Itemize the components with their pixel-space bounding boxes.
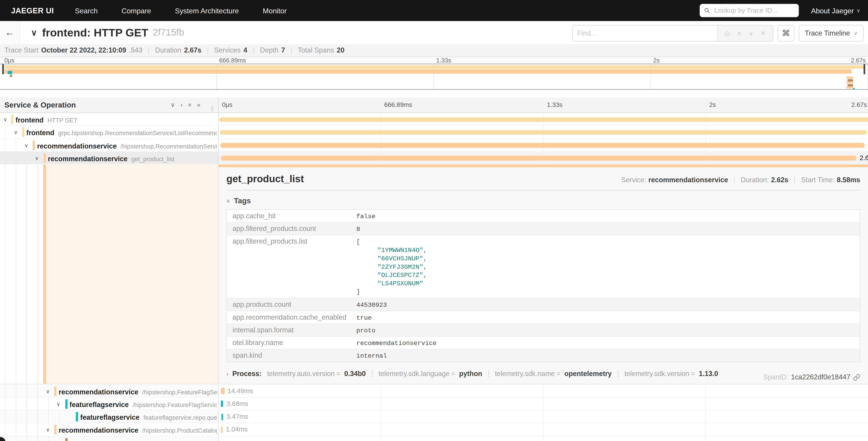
- span-service: featureflagservice: [69, 401, 129, 409]
- services-value: 4: [244, 47, 247, 54]
- minimap-span: [846, 82, 853, 84]
- span-row-partial[interactable]: [0, 436, 868, 441]
- timeline-tick: 1.33s: [547, 101, 562, 108]
- minimap-right-scrubber[interactable]: [864, 64, 865, 74]
- trace-start-value: October 22 2022, 22:10:09: [41, 47, 126, 54]
- span-bar[interactable]: [221, 388, 224, 394]
- row-collapse-icon[interactable]: ∨: [46, 423, 50, 436]
- row-collapse-icon[interactable]: ∨: [46, 385, 50, 397]
- chevron-down-icon: ∨: [857, 8, 860, 13]
- span-operation: grpc.hipstershop.RecommendationService/L…: [58, 130, 217, 136]
- nav-item-monitor[interactable]: Monitor: [263, 6, 287, 15]
- trace-id-lookup-input[interactable]: [713, 6, 794, 15]
- span-service: frontend: [16, 116, 44, 124]
- service-color-bar: [22, 127, 24, 137]
- span-row-recommendation-productcatalog[interactable]: ∨ recommendationservice/hipstershop.Prod…: [0, 423, 868, 436]
- span-row-frontend-httpget[interactable]: ∨ frontendHTTP GET: [0, 113, 868, 126]
- span-bar-cell[interactable]: 14.49ms: [218, 385, 868, 397]
- span-bar[interactable]: [220, 130, 867, 135]
- span-bar[interactable]: [221, 156, 857, 160]
- trace-minimap[interactable]: [0, 64, 868, 90]
- about-jaeger-menu[interactable]: About Jaeger ∨: [811, 6, 860, 15]
- span-id: SpanID: 1ca2262df0e18447: [763, 374, 860, 381]
- trace-start-label: Trace Start: [4, 47, 38, 54]
- span-bar-cell[interactable]: [218, 126, 868, 138]
- span-bar-cell[interactable]: [218, 436, 868, 441]
- process-value: 0.34b0: [344, 370, 366, 378]
- column-resizer[interactable]: ∥: [211, 105, 214, 111]
- find-addon: ◎ ∧ ∨ ✕: [717, 26, 773, 41]
- process-key: telemetry.sdk.name: [495, 370, 555, 378]
- nav-item-compare[interactable]: Compare: [122, 6, 151, 15]
- minimap-span-productcatalog: [10, 75, 12, 77]
- span-bar-cell[interactable]: 3.47ms: [218, 410, 868, 423]
- span-service: featureflagservice: [80, 414, 140, 421]
- detail-highlight-area: [46, 165, 218, 384]
- process-value: 1.13.0: [699, 370, 718, 378]
- services-label: Services: [214, 47, 241, 54]
- span-bar[interactable]: [221, 426, 222, 433]
- trace-summary-bar: Trace Start October 22 2022, 22:10:09.54…: [0, 45, 868, 57]
- brand[interactable]: JAEGER UI: [11, 6, 54, 15]
- process-item: telemetry.sdk.language=python: [372, 370, 482, 378]
- minimap-tick: 2s: [653, 57, 660, 64]
- span-row-recommendation-featureflag[interactable]: ∨ recommendationservice/hipstershop.Feat…: [0, 385, 868, 398]
- tags-section-toggle[interactable]: ∨ Tags: [226, 197, 860, 205]
- span-row-get-product-list-selected[interactable]: ∨ recommendationserviceget_product_list …: [0, 152, 868, 165]
- span-operation: /hipstershop.FeatureFlagService…: [142, 388, 217, 395]
- collapse-controls: ∨ › » »: [170, 101, 200, 109]
- row-collapse-icon[interactable]: ∨: [25, 139, 28, 151]
- trace-id-lookup[interactable]: [700, 4, 799, 17]
- detail-color-band: [43, 165, 46, 384]
- span-bar[interactable]: [219, 117, 868, 122]
- keyboard-shortcuts-button[interactable]: ⌘: [778, 25, 794, 41]
- span-bar-cell[interactable]: 1.04ms: [218, 423, 868, 436]
- jaeger-trace-page: JAEGER UI Search Compare System Architec…: [0, 0, 868, 441]
- find-prev-icon[interactable]: ∧: [737, 29, 742, 37]
- span-bar-cell[interactable]: 2.62s: [218, 152, 868, 164]
- span-bar-cell[interactable]: 3.68ms: [218, 398, 868, 410]
- deep-link-icon[interactable]: [853, 374, 860, 381]
- span-detail-row: get_product_list Service:recommendations…: [0, 165, 868, 385]
- span-rows: ∨ frontendHTTP GET ∨ frontendgrpc.hipste…: [0, 113, 868, 165]
- span-bar[interactable]: [221, 413, 223, 420]
- expand-one-icon[interactable]: ›: [181, 101, 183, 109]
- collapse-one-icon[interactable]: ∨: [170, 101, 175, 109]
- minimap-span: [853, 88, 855, 89]
- expand-all-icon[interactable]: »: [197, 101, 200, 109]
- list-item: "1YMWWN1N4O",: [356, 246, 855, 255]
- minimap-left-scrubber[interactable]: [2, 64, 4, 74]
- span-bar[interactable]: [220, 143, 865, 148]
- span-bar-cell[interactable]: [218, 139, 868, 151]
- nav-item-search[interactable]: Search: [75, 6, 98, 15]
- find-match-icon[interactable]: ◎: [724, 29, 730, 37]
- span-row-featureflag-repo-query[interactable]: featureflagservicefeatureflagservice.rep…: [0, 410, 868, 423]
- tag-key: app.cache_hit: [227, 210, 352, 222]
- find-clear-icon[interactable]: ✕: [760, 29, 766, 37]
- trace-collapse-toggle[interactable]: ∨: [31, 28, 37, 37]
- row-collapse-icon[interactable]: ∨: [14, 126, 18, 138]
- timeline-tick: 2s: [709, 101, 716, 108]
- timeline-tick-labels: 0μs 666.89ms 1.33s 2s 2.67s: [218, 97, 868, 113]
- find-next-icon[interactable]: ∨: [748, 29, 753, 37]
- span-row-recommendation-list[interactable]: ∨ recommendationservice/hipstershop.Reco…: [0, 139, 868, 152]
- row-collapse-icon[interactable]: ∨: [57, 398, 60, 410]
- row-collapse-icon[interactable]: ∨: [35, 152, 39, 164]
- chevron-down-icon: ∨: [226, 198, 230, 204]
- span-bar[interactable]: [221, 401, 223, 407]
- view-selector-label: Trace Timeline: [805, 29, 850, 37]
- nav-item-system-architecture[interactable]: System Architecture: [175, 6, 239, 15]
- row-collapse-icon[interactable]: ∨: [3, 113, 7, 125]
- span-duration-label: 1.04ms: [226, 423, 248, 436]
- back-button[interactable]: ←: [0, 21, 20, 45]
- find-input[interactable]: [573, 26, 717, 41]
- span-bar-cell[interactable]: [218, 113, 868, 125]
- service-color-bar: [76, 412, 78, 421]
- nav-items: Search Compare System Architecture Monit…: [75, 6, 287, 15]
- span-row-frontend-grpc[interactable]: ∨ frontendgrpc.hipstershop.Recommendatio…: [0, 126, 868, 139]
- service-color-bar: [65, 438, 67, 441]
- collapse-all-icon[interactable]: »: [186, 103, 193, 107]
- span-row-featureflag-ge[interactable]: ∨ featureflagservice/hipstershop.Feature…: [0, 398, 868, 410]
- tag-value: recommendationservice: [352, 336, 860, 349]
- view-selector-dropdown[interactable]: Trace Timeline ∨: [799, 25, 864, 41]
